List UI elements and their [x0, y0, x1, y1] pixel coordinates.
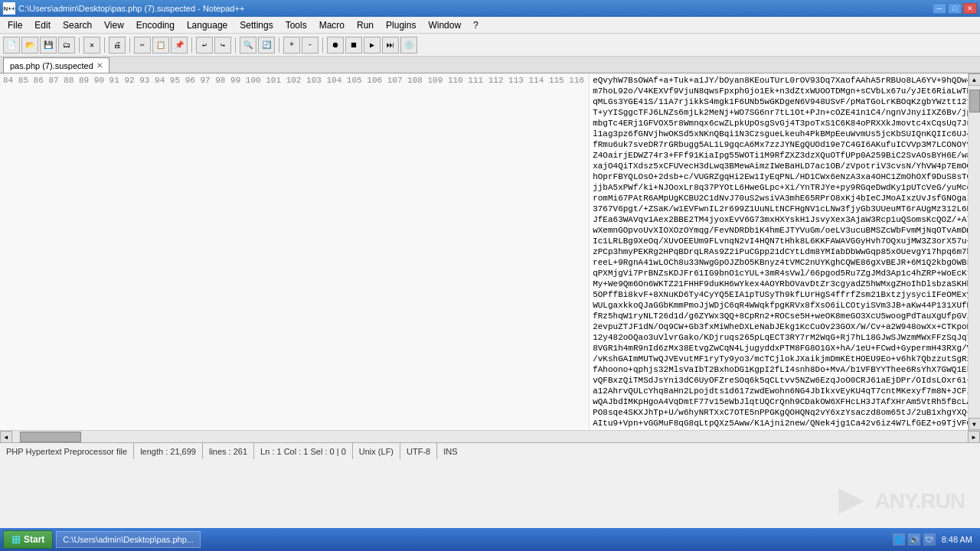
- macro-next-button[interactable]: ⏭: [382, 37, 399, 54]
- maximize-button[interactable]: □: [948, 3, 962, 14]
- title-bar-left: N++ C:\Users\admin\Desktop\pas.php (7).s…: [3, 2, 244, 15]
- toolbar-sep-5: [235, 37, 236, 53]
- menu-item-run[interactable]: Run: [351, 17, 380, 34]
- status-encoding: UTF-8: [400, 443, 437, 459]
- toolbar-sep-4: [191, 37, 192, 53]
- horizontal-scrollbar[interactable]: ◄ ►: [0, 430, 980, 442]
- menu-item-encoding[interactable]: Encoding: [130, 17, 181, 34]
- macro-save-button[interactable]: 💿: [400, 37, 417, 54]
- minimize-button[interactable]: ─: [933, 3, 946, 14]
- toolbar-sep-3: [129, 37, 130, 53]
- title-bar: N++ C:\Users\admin\Desktop\pas.php (7).s…: [0, 0, 980, 17]
- status-eol: Unix (LF): [353, 443, 400, 459]
- status-length: length : 21,699: [134, 443, 203, 459]
- paste-button[interactable]: 📌: [171, 37, 188, 54]
- cut-button[interactable]: ✂: [134, 37, 151, 54]
- tab-label-0: pas.php (7).suspected: [10, 61, 93, 70]
- tab-close-0[interactable]: ✕: [96, 61, 103, 70]
- menu-item-search[interactable]: Search: [57, 17, 98, 34]
- code-content[interactable]: eQvyhW7BsOWAf+a+Tuk+a1JY/bOyan8KEouTUrL0…: [590, 73, 968, 430]
- tray-icons: 🌐 🔊 🛡: [893, 533, 936, 546]
- scroll-thumb-v[interactable]: [969, 90, 980, 112]
- print-button[interactable]: 🖨: [109, 37, 126, 54]
- menu-item-language[interactable]: Language: [181, 17, 234, 34]
- save-all-button[interactable]: 🗂: [58, 37, 75, 54]
- menu-item-edit[interactable]: Edit: [28, 17, 57, 34]
- zoom-in-button[interactable]: +: [283, 37, 300, 54]
- scroll-left-arrow[interactable]: ◄: [0, 431, 12, 443]
- toolbar-sep-7: [322, 37, 323, 53]
- copy-button[interactable]: 📋: [152, 37, 169, 54]
- redo-button[interactable]: ↪: [214, 37, 231, 54]
- window-title: C:\Users\admin\Desktop\pas.php (7).suspe…: [18, 4, 244, 13]
- windows-icon: ⊞: [11, 533, 21, 546]
- zoom-out-button[interactable]: -: [302, 37, 318, 54]
- menu-item-file[interactable]: File: [2, 17, 28, 34]
- scroll-track-v[interactable]: [969, 86, 980, 418]
- menu-item-settings[interactable]: Settings: [234, 17, 279, 34]
- open-button[interactable]: 📂: [21, 37, 38, 54]
- editor-row: 84 85 86 87 88 89 90 91 92 93 94 95 96 9…: [0, 73, 980, 430]
- tab-0[interactable]: pas.php (7).suspected ✕: [3, 57, 109, 73]
- editor-wrapper: 84 85 86 87 88 89 90 91 92 93 94 95 96 9…: [0, 73, 980, 442]
- macro-stop-button[interactable]: ⏹: [345, 37, 362, 54]
- hscroll-thumb[interactable]: [20, 432, 81, 442]
- menu-item-view[interactable]: View: [98, 17, 130, 34]
- scroll-up-arrow[interactable]: ▲: [969, 73, 981, 86]
- watermark-text: ANY.RUN: [875, 489, 965, 514]
- hscroll-track[interactable]: [12, 431, 968, 442]
- svg-marker-0: [838, 488, 864, 514]
- vertical-scrollbar[interactable]: ▲ ▼: [968, 73, 980, 430]
- status-filetype: PHP Hypertext Preprocessor file: [0, 443, 134, 459]
- taskbar: ⊞ Start C:\Users\admin\Desktop\pas.php..…: [0, 528, 980, 551]
- network-icon: 🌐: [893, 533, 905, 546]
- scroll-down-arrow[interactable]: ▼: [969, 418, 981, 430]
- macro-button[interactable]: ⏺: [327, 37, 344, 54]
- close-button[interactable]: ✕: [963, 3, 977, 14]
- status-lines: lines : 261: [203, 443, 254, 459]
- status-bar: PHP Hypertext Preprocessor file length :…: [0, 442, 980, 459]
- menu-item-plugins[interactable]: Plugins: [380, 17, 422, 34]
- title-bar-buttons: ─ □ ✕: [933, 3, 977, 14]
- find-button[interactable]: 🔍: [240, 37, 256, 54]
- toolbar-sep-1: [79, 37, 80, 53]
- line-numbers: 84 85 86 87 88 89 90 91 92 93 94 95 96 9…: [0, 73, 590, 430]
- menu-item-tools[interactable]: Tools: [279, 17, 313, 34]
- menu-item-?[interactable]: ?: [467, 17, 485, 34]
- new-button[interactable]: 📄: [3, 37, 20, 54]
- app-icon: N++: [3, 2, 15, 15]
- menu-bar: FileEditSearchViewEncodingLanguageSettin…: [0, 17, 980, 34]
- watermark: ANY.RUN: [832, 482, 965, 520]
- toolbar-sep-6: [279, 37, 279, 53]
- tab-bar: pas.php (7).suspected ✕: [0, 57, 980, 73]
- menu-item-macro[interactable]: Macro: [313, 17, 351, 34]
- status-ins: INS: [437, 443, 463, 459]
- start-button[interactable]: ⊞ Start: [3, 530, 53, 549]
- taskbar-notepad[interactable]: C:\Users\admin\Desktop\pas.php...: [56, 531, 201, 548]
- status-position: Ln : 1 Col : 1 Sel : 0 | 0: [254, 443, 353, 459]
- menu-item-window[interactable]: Window: [422, 17, 467, 34]
- taskbar-time: 8:48 AM: [942, 535, 972, 544]
- scroll-right-arrow[interactable]: ►: [968, 431, 980, 443]
- toolbar: 📄 📂 💾 🗂 ✕ 🖨 ✂ 📋 📌 ↩ ↪ 🔍 🔄 + - ⏺ ⏹ ▶ ⏭ 💿: [0, 34, 980, 57]
- taskbar-right: 🌐 🔊 🛡 8:48 AM: [893, 533, 977, 546]
- security-icon: 🛡: [923, 533, 936, 546]
- macro-play-button[interactable]: ▶: [364, 37, 381, 54]
- close-button-toolbar[interactable]: ✕: [83, 37, 100, 54]
- watermark-logo: [832, 482, 871, 520]
- find-replace-button[interactable]: 🔄: [258, 37, 275, 54]
- volume-icon: 🔊: [908, 533, 920, 546]
- toolbar-sep-2: [104, 37, 105, 53]
- save-button[interactable]: 💾: [40, 37, 57, 54]
- undo-button[interactable]: ↩: [196, 37, 213, 54]
